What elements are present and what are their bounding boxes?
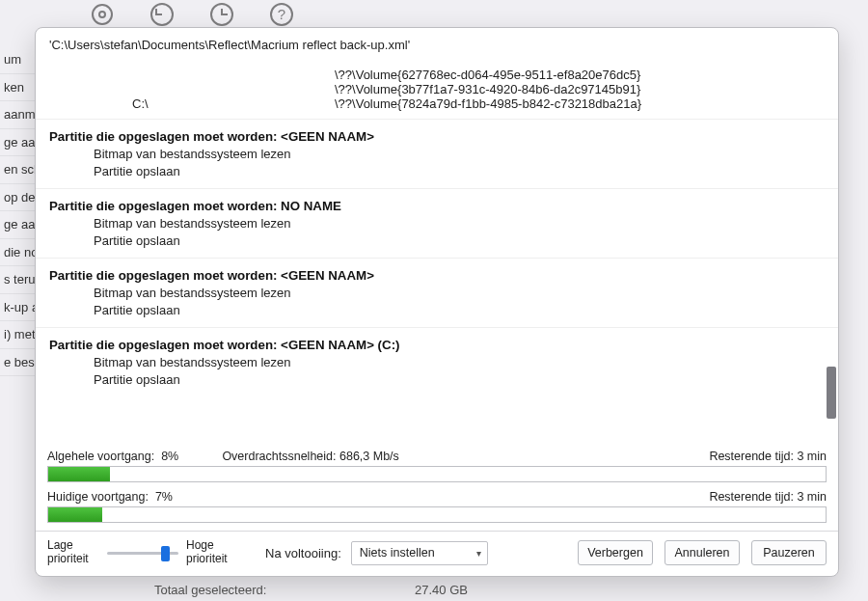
scrollbar-thumb[interactable] <box>827 367 836 419</box>
section-heading: Partitie die opgeslagen moet worden: NO … <box>49 199 828 213</box>
section-step: Bitmap van bestandssysteem lezen <box>49 283 828 300</box>
on-completion-select[interactable]: Niets instellen ▾ <box>351 541 488 565</box>
volume-row: \??\Volume{627768ec-d064-495e-9511-ef8a2… <box>132 68 838 82</box>
section-heading: Partitie die opgeslagen moet worden: <GE… <box>49 129 828 144</box>
pause-button[interactable]: Pauzeren <box>751 540 827 565</box>
scrollbar[interactable] <box>825 58 836 442</box>
svg-point-0 <box>93 5 112 24</box>
partition-section: Partitie die opgeslagen moet worden: <GE… <box>36 327 838 396</box>
current-progress-bar <box>47 506 827 523</box>
hide-button[interactable]: Verbergen <box>578 540 653 565</box>
volume-row: \??\Volume{3b77f1a7-931c-4920-84b6-da2c9… <box>132 82 838 96</box>
section-step: Partitie opslaan <box>49 369 828 387</box>
backup-progress-dialog: 'C:\Users\stefan\Documents\Reflect\Macri… <box>35 27 839 577</box>
section-step: Bitmap van bestandssysteem lezen <box>49 144 828 161</box>
progress-block: Algehele voortgang: 8% Overdrachtssnelhe… <box>36 442 838 531</box>
section-step: Partitie opslaan <box>49 300 828 317</box>
section-heading: Partitie die opgeslagen moet worden: <GE… <box>49 338 828 352</box>
on-completion-label: Na voltooiing: <box>265 546 341 560</box>
log-area[interactable]: \??\Volume{627768ec-d064-495e-9511-ef8a2… <box>36 58 838 442</box>
chevron-down-icon: ▾ <box>476 548 481 559</box>
partition-section: Partitie die opgeslagen moet worden: <GE… <box>36 258 838 327</box>
refresh-icon <box>147 0 177 29</box>
dialog-title: 'C:\Users\stefan\Documents\Reflect\Macri… <box>36 28 838 58</box>
section-step: Partitie opslaan <box>49 231 828 248</box>
clock-icon <box>206 0 237 29</box>
section-step: Bitmap van bestandssysteem lezen <box>49 352 828 369</box>
section-step: Partitie opslaan <box>49 161 828 178</box>
current-remaining: Resterende tijd: 3 min <box>709 490 827 504</box>
partition-section: Partitie die opgeslagen moet worden: NO … <box>36 188 838 258</box>
current-progress-label: Huidige voortgang: 7% <box>47 490 173 504</box>
volume-row: C:\\??\Volume{7824a79d-f1bb-4985-b842-c7… <box>132 96 838 111</box>
section-step: Bitmap van bestandssysteem lezen <box>49 213 828 231</box>
svg-point-1 <box>99 12 105 17</box>
volume-list: \??\Volume{627768ec-d064-495e-9511-ef8a2… <box>36 60 838 119</box>
partition-section: Partitie die opgeslagen moet worden: <GE… <box>36 119 838 188</box>
overall-progress-bar <box>47 466 827 482</box>
overall-remaining: Resterende tijd: 3 min <box>709 450 827 463</box>
priority-slider[interactable] <box>107 544 178 561</box>
overall-progress-label: Algehele voortgang: 8% Overdrachtssnelhe… <box>47 450 399 463</box>
high-priority-label: Hoge prioriteit <box>186 539 238 566</box>
section-heading: Partitie die opgeslagen moet worden: <GE… <box>49 268 828 283</box>
svg-text:?: ? <box>278 6 285 22</box>
dialog-footer: Lage prioriteit Hoge prioriteit Na volto… <box>36 531 838 576</box>
help-icon: ? <box>266 0 297 29</box>
gear-icon <box>87 0 118 29</box>
low-priority-label: Lage prioriteit <box>47 539 99 566</box>
cancel-button[interactable]: Annuleren <box>665 540 740 565</box>
